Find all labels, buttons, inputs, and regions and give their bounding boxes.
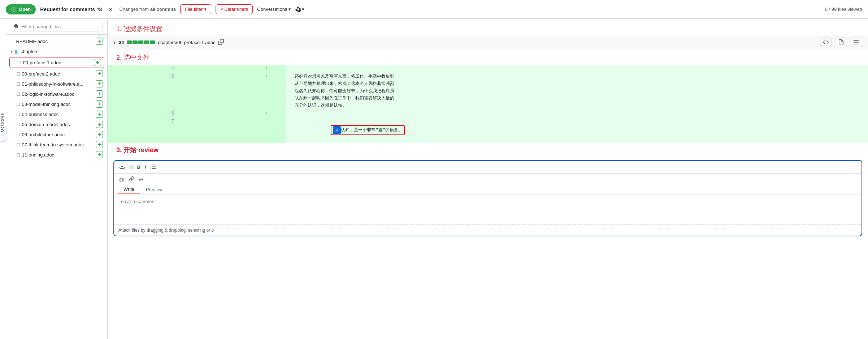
- file-name: 00-preface-2.adoc: [22, 71, 94, 77]
- line-num: 6: [108, 110, 177, 117]
- diff-bar: [127, 40, 155, 44]
- list-item[interactable]: □ 04-business.adoc +: [6, 109, 107, 119]
- add-comment-button[interactable]: +: [333, 126, 341, 134]
- add-diff-icon[interactable]: +: [96, 100, 103, 108]
- search-icon: [14, 23, 19, 30]
- files-viewed: 0 / 99 files viewed: [825, 7, 862, 12]
- expand-diff-button[interactable]: [850, 38, 862, 47]
- diff-left: 4 + 5 + 还好喜欢思考以及写写东西，将工作、生活中收集到 从不同地方整理出…: [108, 65, 868, 239]
- list-item[interactable]: □ 01-philosophy-in-software.a... +: [6, 79, 107, 89]
- list-item[interactable]: □ README.adoc +: [6, 36, 107, 46]
- clear-filters-label: × Clear filters: [220, 7, 248, 12]
- line-sign: [246, 117, 286, 143]
- add-diff-icon[interactable]: +: [96, 90, 103, 98]
- diff-bar-segment: [133, 40, 138, 44]
- file-name: 04-business.adoc: [22, 112, 94, 117]
- search-wrapper: [11, 22, 103, 31]
- diff-line-content: + 认知，是一个非常"虚"的概念。: [286, 117, 868, 143]
- diff-bar-segment: [144, 40, 149, 44]
- line-sign: +: [246, 110, 286, 117]
- view-source-button[interactable]: [820, 38, 832, 47]
- file-tree-list: □ README.adoc + ▾ ▮ chapters □ 00-prefac…: [6, 35, 107, 161]
- clear-filters-button[interactable]: × Clear filters: [216, 4, 253, 14]
- list-item[interactable]: □ 11-ending.adoc +: [6, 150, 107, 160]
- conversations-label: Conversations: [257, 7, 287, 12]
- file-name: 02-logic-in-software.adoc: [22, 91, 94, 97]
- reference-button[interactable]: [127, 175, 136, 184]
- line-num: [177, 65, 246, 73]
- tab-preview[interactable]: Preview: [140, 185, 168, 194]
- add-diff-icon[interactable]: +: [96, 80, 103, 87]
- add-diff-icon[interactable]: +: [96, 131, 103, 138]
- annotation-step1: 1. 过滤条件设置: [108, 19, 868, 35]
- file-name: 01-philosophy-in-software.a...: [22, 81, 94, 87]
- line-sign: +: [246, 73, 286, 110]
- italic-button[interactable]: I: [143, 164, 148, 171]
- file-icon: □: [17, 91, 19, 97]
- diff-filename: chapters/00-preface-1.adoc: [158, 40, 215, 45]
- upload-icon-button[interactable]: [118, 163, 126, 171]
- list-item[interactable]: □ 03-model-thinking.adoc +: [6, 99, 107, 109]
- line-num: 5: [108, 73, 177, 110]
- sidebar-collapse-button[interactable]: [106, 5, 115, 14]
- diff-line-content: 还好喜欢思考以及写写东西，将工作、生活中收集到 从不同地方整理出来，构成了这本个…: [286, 73, 868, 110]
- list-item[interactable]: □ 00-preface-2.adoc +: [6, 69, 107, 79]
- list-item[interactable]: □ 07-think-team-in-system.adoc +: [6, 140, 107, 150]
- add-diff-icon[interactable]: +: [96, 38, 103, 45]
- file-name: 06-architecture.adoc: [22, 132, 94, 137]
- file-name: 11-ending.adoc: [22, 152, 94, 158]
- chevron-down-icon[interactable]: ▾: [113, 40, 116, 45]
- chevron-down-icon: ▾: [288, 7, 291, 12]
- add-diff-icon[interactable]: +: [96, 70, 103, 77]
- undo-button[interactable]: ↩: [137, 176, 144, 183]
- add-diff-icon[interactable]: +: [96, 151, 103, 158]
- list-item[interactable]: □ 00-preface-1.adoc +: [9, 57, 104, 68]
- open-label: Open: [19, 7, 31, 12]
- search-input[interactable]: [11, 22, 103, 31]
- bold-button[interactable]: B: [135, 164, 142, 171]
- line-text: 认知，是一个非常"虚"的概念。: [341, 126, 402, 134]
- octotree-panel: › Octotree: [0, 19, 6, 339]
- add-diff-icon[interactable]: +: [96, 121, 103, 128]
- file-icon: □: [17, 132, 19, 137]
- list-button[interactable]: [149, 163, 157, 171]
- list-item[interactable]: □ 06-architecture.adoc +: [6, 129, 107, 140]
- line-sign: +: [246, 65, 286, 73]
- attach-files-text: Attach files by dragging & dropping, sel…: [118, 228, 214, 233]
- copy-path-button[interactable]: [218, 39, 224, 46]
- folder-item[interactable]: ▾ ▮ chapters: [6, 46, 107, 56]
- line-num: [177, 110, 246, 117]
- diff-line-content: [286, 65, 868, 73]
- file-tree-panel: □ README.adoc + ▾ ▮ chapters □ 00-prefac…: [6, 19, 108, 339]
- add-diff-icon[interactable]: +: [94, 59, 101, 66]
- conversations-button[interactable]: Conversations ▾: [257, 7, 291, 12]
- open-button[interactable]: Open: [6, 4, 36, 14]
- mention-button[interactable]: @: [118, 176, 126, 183]
- file-icon: □: [17, 101, 19, 107]
- chevron-down-icon: ▾: [11, 50, 13, 53]
- list-item[interactable]: □ 02-logic-in-software.adoc +: [6, 89, 107, 99]
- file-name: 00-preface-1.adoc: [23, 60, 92, 65]
- comment-box: H B I @: [113, 160, 862, 236]
- changes-from-label: Changes from all commits: [119, 7, 176, 12]
- diff-file-header: ▾ 34 chapters/00-preface-1.adoc: [108, 35, 868, 50]
- diff-bar-segment: [127, 40, 132, 44]
- file-icon: □: [18, 60, 21, 65]
- file-name: 05-domain-model.adoc: [22, 122, 94, 127]
- diff-line-content: [286, 110, 868, 117]
- table-row: 7 + 认知，是一个非常"虚"的概念。: [108, 117, 868, 143]
- settings-button[interactable]: ▾: [295, 7, 304, 12]
- heading-button[interactable]: H: [128, 164, 134, 171]
- add-diff-icon[interactable]: +: [96, 141, 103, 148]
- view-file-button[interactable]: [835, 38, 847, 47]
- comment-toolbar-2: @ ↩: [114, 174, 862, 184]
- tab-write[interactable]: Write: [118, 185, 140, 194]
- comment-textarea[interactable]: [114, 194, 862, 223]
- list-item[interactable]: □ 05-domain-model.adoc +: [6, 119, 107, 129]
- table-row: 4 +: [108, 65, 868, 73]
- line-num: [177, 117, 246, 143]
- annotation-step3: 3. 开始 review: [108, 143, 868, 157]
- main-layout: › Octotree □ README.adoc + ▾ ▮ ch: [0, 19, 868, 339]
- file-filter-button[interactable]: File filter ▾: [180, 4, 211, 14]
- add-diff-icon[interactable]: +: [96, 111, 103, 118]
